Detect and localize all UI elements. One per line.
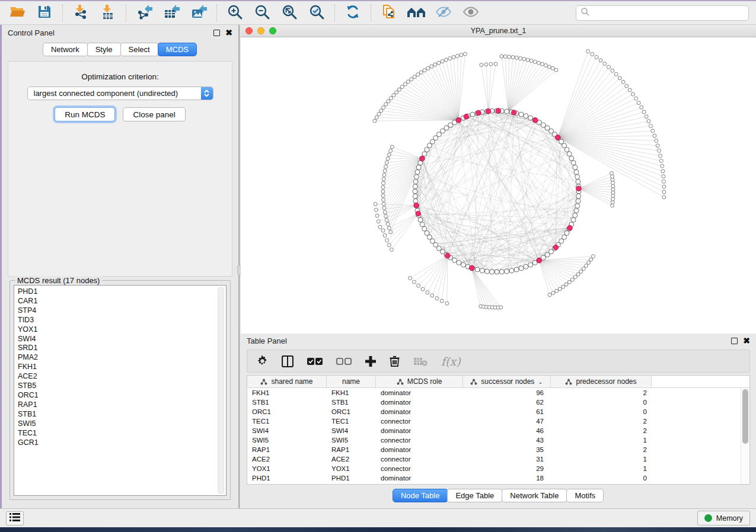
network-leaf-node[interactable] — [416, 73, 420, 76]
network-leaf-node[interactable] — [460, 53, 463, 57]
network-leaf-node[interactable] — [383, 210, 387, 214]
close-panel-icon[interactable]: ✖ — [225, 30, 232, 36]
tab-select[interactable]: Select — [120, 43, 158, 56]
mcds-result-item[interactable]: ACE2 — [18, 372, 226, 382]
network-leaf-node[interactable] — [651, 129, 655, 133]
network-leaf-node[interactable] — [499, 306, 503, 309]
network-node[interactable] — [541, 123, 546, 127]
mcds-result-item[interactable]: STB1 — [18, 410, 226, 419]
float-panel-icon[interactable] — [731, 338, 738, 344]
mcds-result-item[interactable]: SWI5 — [18, 419, 226, 429]
network-leaf-node[interactable] — [410, 78, 413, 81]
network-leaf-node[interactable] — [621, 80, 625, 84]
network-leaf-node[interactable] — [386, 223, 390, 226]
float-panel-icon[interactable] — [213, 30, 220, 36]
add-column-icon[interactable] — [365, 356, 376, 367]
mcds-list-scrollbar[interactable] — [218, 287, 224, 494]
network-leaf-node[interactable] — [445, 302, 449, 305]
table-scrollbar[interactable] — [741, 388, 749, 483]
network-leaf-node[interactable] — [387, 153, 391, 156]
network-dominator-node[interactable] — [511, 110, 516, 116]
network-leaf-node[interactable] — [555, 289, 559, 293]
mcds-result-item[interactable]: YOX1 — [18, 325, 226, 335]
network-leaf-node[interactable] — [433, 63, 437, 66]
network-dominator-node[interactable] — [555, 135, 560, 140]
network-leaf-node[interactable] — [377, 220, 380, 223]
network-leaf-node[interactable] — [441, 60, 444, 63]
network-leaf-node[interactable] — [444, 58, 448, 62]
network-node[interactable] — [519, 112, 524, 117]
mcds-result-item[interactable]: ORC1 — [18, 391, 226, 400]
network-leaf-node[interactable] — [382, 106, 385, 110]
network-leaf-node[interactable] — [378, 225, 382, 229]
table-row[interactable]: ACE2ACE2connector311 — [247, 454, 749, 464]
network-leaf-node[interactable] — [558, 287, 562, 291]
network-node[interactable] — [414, 175, 419, 180]
network-leaf-node[interactable] — [637, 101, 640, 105]
show-all-button[interactable] — [458, 3, 483, 23]
network-node[interactable] — [461, 262, 465, 267]
select-all-rows-icon[interactable] — [307, 357, 323, 366]
network-leaf-node[interactable] — [533, 60, 537, 63]
run-mcds-button[interactable]: Run MCDS — [55, 107, 115, 121]
network-node[interactable] — [499, 270, 504, 274]
network-leaf-node[interactable] — [662, 190, 666, 194]
column-header-shared-name[interactable]: shared name — [247, 376, 327, 387]
tab-motifs[interactable]: Motifs — [566, 489, 604, 502]
network-leaf-node[interactable] — [383, 233, 387, 237]
network-leaf-node[interactable] — [494, 62, 497, 66]
network-node[interactable] — [575, 175, 580, 180]
network-leaf-node[interactable] — [417, 284, 420, 287]
network-dominator-node[interactable] — [576, 186, 582, 191]
network-leaf-node[interactable] — [384, 165, 388, 168]
network-leaf-node[interactable] — [387, 100, 390, 103]
network-node[interactable] — [576, 198, 580, 203]
first-neighbors-button[interactable] — [404, 3, 429, 23]
network-leaf-node[interactable] — [389, 230, 393, 234]
network-leaf-node[interactable] — [640, 105, 643, 109]
network-leaf-node[interactable] — [522, 57, 526, 61]
network-leaf-node[interactable] — [384, 102, 388, 106]
network-leaf-node[interactable] — [659, 159, 663, 163]
mcds-result-item[interactable]: CAR1 — [18, 297, 226, 306]
network-leaf-node[interactable] — [570, 278, 574, 281]
network-node[interactable] — [576, 194, 581, 198]
table-row[interactable]: TEC1TEC1connector472 — [247, 416, 749, 426]
network-node[interactable] — [415, 170, 420, 175]
network-leaf-node[interactable] — [562, 285, 565, 289]
tab-style[interactable]: Style — [87, 43, 121, 56]
network-leaf-node[interactable] — [592, 255, 595, 258]
network-leaf-node[interactable] — [611, 204, 614, 207]
network-leaf-node[interactable] — [437, 61, 441, 65]
network-node[interactable] — [514, 267, 519, 272]
network-node[interactable] — [564, 230, 569, 235]
network-leaf-node[interactable] — [385, 161, 388, 165]
network-leaf-node[interactable] — [379, 109, 383, 113]
network-dominator-node[interactable] — [537, 258, 542, 263]
network-leaf-node[interactable] — [529, 59, 533, 63]
network-leaf-node[interactable] — [384, 214, 388, 218]
network-dominator-node[interactable] — [553, 245, 559, 250]
network-leaf-node[interactable] — [480, 63, 483, 67]
network-node[interactable] — [425, 148, 429, 152]
tab-network[interactable]: Network — [43, 43, 88, 56]
network-leaf-node[interactable] — [397, 88, 401, 91]
network-leaf-node[interactable] — [662, 180, 666, 184]
network-leaf-node[interactable] — [406, 80, 410, 84]
table-row[interactable]: PHD1PHD1dominator180 — [247, 473, 749, 483]
network-leaf-node[interactable] — [413, 280, 416, 284]
network-leaf-node[interactable] — [426, 66, 430, 70]
network-dominator-node[interactable] — [476, 110, 481, 116]
network-node[interactable] — [519, 266, 524, 271]
network-leaf-node[interactable] — [374, 203, 377, 206]
mcds-result-item[interactable]: PHD1 — [18, 287, 226, 297]
network-leaf-node[interactable] — [375, 214, 379, 217]
network-node[interactable] — [528, 262, 533, 267]
mcds-result-item[interactable]: PMA2 — [18, 353, 226, 363]
network-leaf-node[interactable] — [603, 62, 607, 66]
zoom-fit-button[interactable] — [277, 3, 302, 23]
network-leaf-node[interactable] — [554, 68, 558, 72]
network-dominator-node[interactable] — [445, 253, 451, 258]
network-leaf-node[interactable] — [658, 149, 661, 152]
network-node[interactable] — [573, 165, 578, 170]
